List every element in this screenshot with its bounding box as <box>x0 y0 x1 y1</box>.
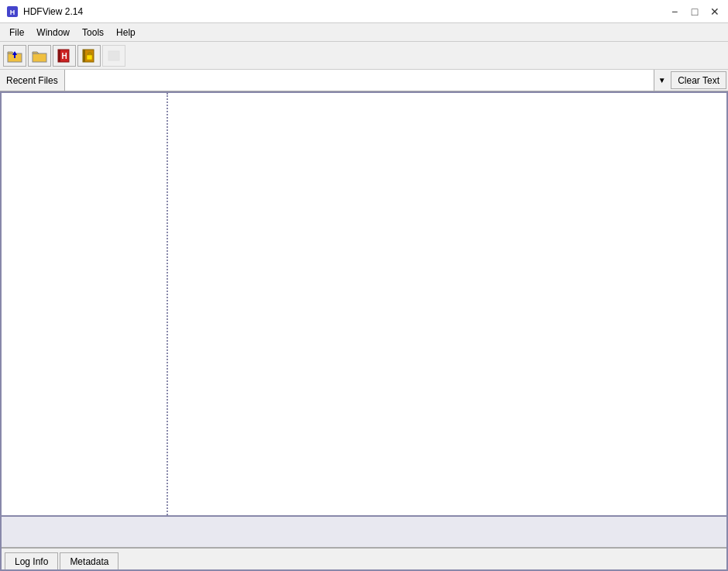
bottom-tabs: Log Info Metadata <box>2 548 726 569</box>
open-file-button[interactable] <box>3 45 26 67</box>
toolbar: H <box>0 42 728 70</box>
log-content <box>2 517 726 548</box>
split-area <box>2 93 726 515</box>
menu-help[interactable]: Help <box>110 23 142 41</box>
window-controls: − □ ✕ <box>668 5 722 19</box>
main-area: Log Info Metadata <box>0 91 728 571</box>
svg-text:H: H <box>61 52 67 60</box>
svg-rect-10 <box>87 55 92 60</box>
maximize-button[interactable]: □ <box>688 5 702 19</box>
svg-rect-6 <box>58 50 60 62</box>
hdf-info-button[interactable]: H <box>53 45 76 67</box>
clear-text-button[interactable]: Clear Text <box>671 71 726 89</box>
log-info-tab[interactable]: Log Info <box>5 552 58 569</box>
minimize-button[interactable]: − <box>668 5 682 19</box>
settings-button[interactable] <box>77 45 101 67</box>
app-title: HDFView 2.14 <box>23 6 83 17</box>
recent-files-dropdown-button[interactable]: ▼ <box>654 70 669 91</box>
bottom-area: Log Info Metadata <box>2 515 726 569</box>
title-bar-left: H HDFView 2.14 <box>6 5 83 18</box>
title-bar: H HDFView 2.14 − □ ✕ <box>0 0 728 23</box>
recent-files-bar: Recent Files ▼ Clear Text <box>0 70 728 91</box>
menu-bar: File Window Tools Help <box>0 23 728 42</box>
content-panel <box>168 93 726 515</box>
close-button[interactable]: ✕ <box>708 5 722 19</box>
svg-rect-4 <box>33 53 46 62</box>
new-file-button[interactable] <box>28 45 51 67</box>
svg-rect-9 <box>83 50 85 62</box>
recent-files-label: Recent Files <box>0 70 65 91</box>
svg-text:H: H <box>10 9 15 16</box>
close-object-button[interactable] <box>102 45 125 67</box>
file-tree-panel <box>2 93 168 515</box>
menu-file[interactable]: File <box>3 23 30 41</box>
svg-rect-11 <box>108 51 119 60</box>
app-icon: H <box>6 5 19 18</box>
menu-window[interactable]: Window <box>30 23 76 41</box>
recent-files-input[interactable] <box>65 70 654 91</box>
menu-tools[interactable]: Tools <box>76 23 110 41</box>
metadata-tab[interactable]: Metadata <box>60 552 118 569</box>
